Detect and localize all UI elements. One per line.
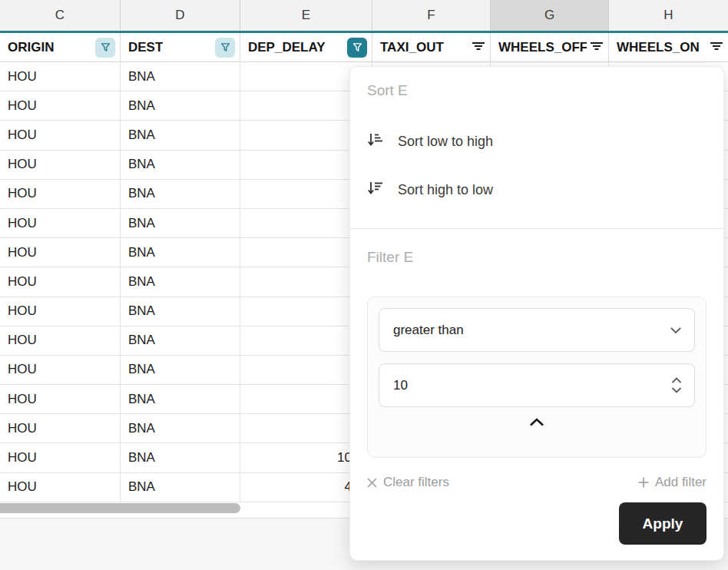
collapse-filter-button[interactable] (379, 418, 695, 427)
header-wheels-on[interactable]: WHEELS_ON (609, 33, 728, 61)
header-dep-delay[interactable]: DEP_DELAY (240, 33, 372, 61)
header-label: ORIGIN (8, 40, 54, 55)
cell-dest[interactable]: BNA (121, 356, 240, 384)
cell-dest[interactable]: BNA (121, 91, 240, 120)
filter-lines-icon[interactable] (472, 41, 485, 55)
cell-origin[interactable]: HOU (0, 326, 121, 355)
cell-origin[interactable]: HOU (0, 62, 121, 91)
filter-value-input[interactable]: 10 (379, 363, 695, 407)
apply-row: Apply (367, 502, 706, 545)
number-stepper[interactable] (671, 377, 682, 393)
cell-dest[interactable]: BNA (121, 267, 240, 296)
cell-origin[interactable]: HOU (0, 297, 121, 326)
cell-origin[interactable]: HOU (0, 267, 121, 296)
cell-origin[interactable]: HOU (0, 443, 121, 472)
sort-high-to-low-option[interactable]: Sort high to low (367, 180, 706, 200)
chevron-up-icon (528, 418, 545, 427)
cell-origin[interactable]: HOU (0, 385, 121, 413)
chevron-down-icon (670, 326, 682, 334)
field-header-row: ORIGIN DEST DEP_DELAY TAXI_OUT WHEELS_OF… (0, 33, 728, 62)
stepper-down-icon (671, 386, 682, 393)
header-label: DEP_DELAY (248, 40, 325, 55)
cell-dest[interactable]: BNA (121, 297, 240, 326)
header-label: TAXI_OUT (380, 40, 444, 55)
column-letter-h[interactable]: H (609, 0, 728, 31)
apply-button[interactable]: Apply (619, 502, 706, 545)
column-letter-c[interactable]: C (0, 0, 121, 31)
cell-origin[interactable]: HOU (0, 473, 121, 502)
cell-origin[interactable]: HOU (0, 121, 121, 149)
cell-dest[interactable]: BNA (121, 121, 240, 149)
spreadsheet-app: C D E F G H ORIGIN DEST DEP_DELAY TAXI_ (0, 0, 728, 570)
column-letters-row: C D E F G H (0, 0, 728, 31)
sort-filter-popup: Sort E Sort low to high Sort high to low… (349, 66, 724, 561)
filter-funnel-active-icon[interactable] (347, 38, 367, 58)
filter-condition-value: greater than (393, 323, 464, 338)
cell-dest[interactable]: BNA (121, 62, 240, 91)
cell-dest[interactable]: BNA (121, 180, 240, 208)
horizontal-scrollbar-thumb[interactable] (0, 503, 240, 513)
cell-origin[interactable]: HOU (0, 91, 121, 120)
sort-descending-icon (367, 180, 384, 200)
cell-dest[interactable]: BNA (121, 209, 240, 237)
filter-condition-select[interactable]: greater than (379, 308, 695, 352)
cell-origin[interactable]: HOU (0, 151, 121, 179)
header-taxi-out[interactable]: TAXI_OUT (372, 33, 491, 61)
filter-lines-icon[interactable] (590, 41, 604, 55)
cell-origin[interactable]: HOU (0, 209, 121, 237)
sort-option-label: Sort low to high (398, 134, 493, 150)
column-letter-f[interactable]: F (372, 0, 491, 31)
cell-origin[interactable]: HOU (0, 414, 121, 442)
filter-lines-icon[interactable] (710, 41, 723, 55)
filter-section-title: Filter E (367, 249, 706, 266)
cell-dest[interactable]: BNA (121, 238, 240, 267)
filter-value: 10 (393, 378, 408, 393)
cell-dest[interactable]: BNA (121, 443, 240, 472)
add-filter-label: Add filter (655, 475, 706, 490)
column-letter-g-selected[interactable]: G (491, 0, 609, 31)
add-plus-icon (638, 477, 649, 488)
clear-filters-button[interactable]: Clear filters (367, 475, 449, 490)
header-origin[interactable]: ORIGIN (0, 33, 121, 61)
cell-dest[interactable]: BNA (121, 473, 240, 502)
header-label: WHEELS_ON (617, 40, 700, 55)
column-letter-e[interactable]: E (240, 0, 372, 31)
popup-divider (350, 228, 723, 229)
clear-filters-label: Clear filters (383, 475, 449, 490)
sort-ascending-icon (367, 131, 384, 152)
cell-origin[interactable]: HOU (0, 238, 121, 267)
filter-rule-card: greater than 10 (367, 297, 706, 458)
cell-dest[interactable]: BNA (121, 414, 240, 442)
sort-option-label: Sort high to low (398, 182, 493, 198)
filter-funnel-icon[interactable] (215, 38, 235, 58)
popup-footer: Clear filters Add filter (367, 475, 706, 490)
clear-x-icon (367, 478, 377, 488)
cell-dest[interactable]: BNA (121, 385, 240, 413)
add-filter-button[interactable]: Add filter (638, 475, 706, 490)
cell-origin[interactable]: HOU (0, 180, 121, 208)
header-wheels-off[interactable]: WHEELS_OFF (491, 33, 609, 61)
cell-dest[interactable]: BNA (121, 326, 240, 355)
filter-funnel-icon[interactable] (95, 38, 115, 58)
cell-dest[interactable]: BNA (121, 151, 240, 179)
stepper-up-icon (671, 377, 682, 384)
sort-low-to-high-option[interactable]: Sort low to high (367, 131, 706, 152)
column-letter-d[interactable]: D (121, 0, 240, 31)
header-label: WHEELS_OFF (498, 40, 587, 55)
sort-section-title: Sort E (367, 82, 706, 99)
cell-origin[interactable]: HOU (0, 356, 121, 384)
header-label: DEST (128, 40, 163, 55)
header-dest[interactable]: DEST (121, 33, 240, 61)
